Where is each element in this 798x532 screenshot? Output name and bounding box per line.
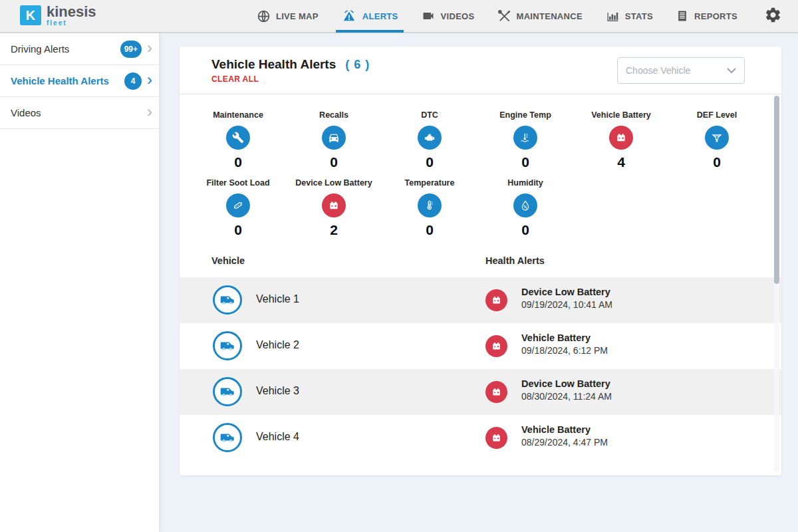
truck-icon [213, 331, 242, 360]
alerts-card: Maintenance 0 Recalls 0 DTC 0 [180, 94, 781, 475]
alert-type: Device Low Battery [521, 378, 612, 389]
filter-icon [226, 194, 250, 217]
nav-label: VIDEOS [441, 11, 475, 21]
tools-icon [497, 9, 511, 23]
nav-item-stats[interactable]: STATS [605, 0, 653, 33]
choose-vehicle-dropdown[interactable]: Choose Vehicle [617, 57, 745, 84]
chevron-right-icon: › [147, 104, 152, 122]
truck-icon [213, 377, 242, 406]
nav-item-videos[interactable]: VIDEOS [421, 0, 475, 33]
dropdown-value: Choose Vehicle [626, 65, 690, 76]
battery-icon [322, 194, 346, 217]
column-header-health-alerts: Health Alerts [485, 255, 545, 266]
alert-type: Vehicle Battery [521, 424, 608, 435]
nav-label: LIVE MAP [276, 11, 319, 21]
brand-name: kinesis [47, 5, 96, 19]
sidebar-item-videos[interactable]: Videos › [0, 97, 159, 129]
engine-temp-icon [513, 126, 537, 150]
settings-button[interactable] [764, 6, 782, 27]
alert-type: Device Low Battery [521, 287, 612, 297]
page-header-card: Vehicle Health Alerts ( 6 ) CLEAR ALL Ch… [180, 47, 781, 94]
category-humidity[interactable]: Humidity 0 [477, 178, 573, 238]
battery-icon [485, 335, 507, 357]
table-row[interactable]: Vehicle 2 Vehicle Battery 09/18/2024, 6:… [180, 323, 781, 369]
category-vehicle-battery[interactable]: Vehicle Battery 4 [573, 110, 669, 170]
table-row[interactable]: Vehicle 1 Device Low Battery 09/19/2024,… [180, 277, 781, 323]
nav-item-maintenance[interactable]: MAINTENANCE [497, 0, 583, 33]
nav-label: REPORTS [694, 11, 737, 21]
gear-icon [764, 6, 782, 27]
video-camera-icon [421, 9, 436, 23]
brand-tagline: fleet [47, 19, 96, 27]
truck-icon [213, 423, 242, 452]
truck-icon [213, 285, 242, 315]
table-row[interactable]: Vehicle 4 Vehicle Battery 08/29/2024, 4:… [180, 415, 781, 461]
vehicle-name: Vehicle 1 [256, 293, 299, 305]
engine-icon [418, 126, 442, 150]
alert-timestamp: 08/30/2024, 11:24 AM [521, 391, 612, 402]
category-temperature[interactable]: Temperature 0 [382, 178, 477, 238]
scrollbar-thumb[interactable] [774, 96, 779, 284]
battery-icon [485, 289, 507, 311]
alert-timestamp: 08/29/2024, 4:47 PM [521, 437, 608, 448]
table-header: Vehicle Health Alerts [180, 255, 781, 269]
page-title: Vehicle Health Alerts [211, 57, 336, 72]
category-grid: Maintenance 0 Recalls 0 DTC 0 [190, 110, 781, 238]
humidity-icon [513, 194, 537, 217]
nav-label: MAINTENANCE [517, 11, 583, 21]
thermometer-icon [418, 194, 442, 217]
category-dtc[interactable]: DTC 0 [382, 110, 477, 170]
vehicle-name: Vehicle 2 [256, 339, 299, 351]
nav-item-live-map[interactable]: LIVE MAP [257, 0, 319, 33]
category-def-level[interactable]: DEF Level 0 [669, 110, 765, 170]
battery-icon [609, 126, 633, 150]
alert-count: ( 6 ) [345, 58, 370, 72]
sidebar-item-label: Vehicle Health Alerts [11, 75, 124, 86]
top-bar: K kinesis fleet LIVE MAP ALERTS VIDEOS [0, 0, 798, 33]
alert-timestamp: 09/18/2024, 6:12 PM [521, 345, 608, 356]
category-maintenance[interactable]: Maintenance 0 [190, 110, 286, 170]
vehicle-name: Vehicle 3 [256, 385, 299, 397]
count-badge: 4 [124, 72, 142, 90]
nav-item-alerts[interactable]: ALERTS [341, 0, 398, 33]
car-icon [322, 126, 346, 150]
vehicle-alert-list: Vehicle 1 Device Low Battery 09/19/2024,… [180, 277, 781, 461]
column-header-vehicle: Vehicle [211, 255, 245, 266]
main-content: Vehicle Health Alerts ( 6 ) CLEAR ALL Ch… [160, 33, 798, 532]
def-funnel-icon [705, 126, 729, 150]
chevron-down-icon [727, 65, 736, 76]
battery-icon [485, 381, 507, 403]
main-nav: LIVE MAP ALERTS VIDEOS MAINTENANCE STATS [257, 0, 737, 33]
sidebar-item-vehicle-health-alerts[interactable]: Vehicle Health Alerts 4 › [0, 65, 159, 97]
category-filter-soot-load[interactable]: Filter Soot Load 0 [190, 178, 286, 238]
sidebar: Driving Alerts 99+ › Vehicle Health Aler… [0, 33, 160, 532]
category-recalls[interactable]: Recalls 0 [286, 110, 382, 170]
bar-chart-icon [605, 9, 620, 23]
wrench-icon [226, 126, 250, 150]
sidebar-item-label: Driving Alerts [11, 43, 120, 55]
sidebar-item-driving-alerts[interactable]: Driving Alerts 99+ › [0, 33, 159, 65]
nav-label: ALERTS [362, 11, 398, 21]
clear-all-button[interactable]: CLEAR ALL [211, 74, 370, 84]
chevron-right-icon: › [147, 41, 152, 58]
alert-timestamp: 09/19/2024, 10:41 AM [521, 299, 612, 310]
table-row[interactable]: Vehicle 3 Device Low Battery 08/30/2024,… [180, 369, 781, 415]
report-document-icon [676, 9, 689, 23]
sidebar-item-label: Videos [11, 107, 147, 118]
alert-type: Vehicle Battery [521, 332, 608, 343]
brand-logo[interactable]: K kinesis fleet [20, 5, 96, 27]
alert-signal-icon [341, 9, 357, 23]
category-device-low-battery[interactable]: Device Low Battery 2 [286, 178, 382, 238]
kinesis-logo-icon: K [20, 5, 41, 25]
vehicle-name: Vehicle 4 [256, 431, 299, 443]
nav-item-reports[interactable]: REPORTS [676, 0, 737, 33]
nav-label: STATS [625, 11, 653, 21]
count-badge: 99+ [120, 41, 142, 58]
category-engine-temp[interactable]: Engine Temp 0 [477, 110, 573, 170]
globe-icon [257, 9, 271, 23]
chevron-right-icon: › [147, 72, 152, 90]
battery-icon [485, 427, 507, 449]
